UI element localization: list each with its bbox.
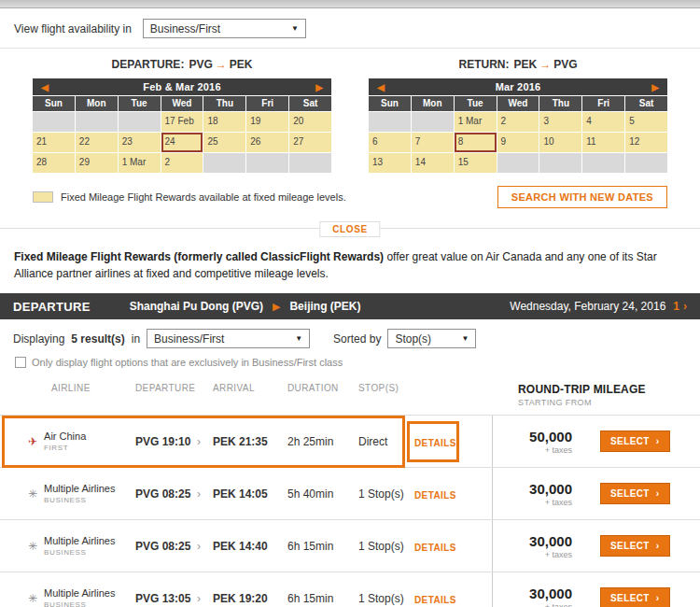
availability-class-dropdown[interactable]: Business/First ▼ xyxy=(143,19,306,38)
calendar-day-cell[interactable]: 7 xyxy=(412,133,454,152)
header-duration: DURATION xyxy=(287,383,358,393)
calendar-day-cell[interactable]: 18 xyxy=(203,112,245,132)
airline-name-block: Air China FIRST xyxy=(44,431,86,452)
mileage-cell: 30,000 + taxes xyxy=(492,468,591,519)
calendar-day-cell[interactable]: 2 xyxy=(161,153,203,173)
details-cell: DETAILS xyxy=(414,590,492,607)
calendar-day-cell[interactable]: 19 xyxy=(246,112,288,132)
calendar-day-cell[interactable]: 17 Feb xyxy=(161,112,203,132)
calendar-day-cell[interactable]: 4 xyxy=(582,112,624,132)
calendar-day-cell[interactable]: 11 xyxy=(582,133,624,152)
mileage-value: 30,000 xyxy=(529,481,572,497)
search-with-new-dates-button[interactable]: SEARCH WITH NEW DATES xyxy=(497,186,667,208)
stops-value: Direct xyxy=(358,435,414,448)
calendar-grid: SunMonTueWedThuFriSat1 Mar23456789101112… xyxy=(369,96,667,173)
calendar-day-cell[interactable]: 9 xyxy=(497,133,539,152)
select-button-label: SELECT xyxy=(610,436,650,446)
calendar-day-cell[interactable]: 2 xyxy=(497,112,539,132)
select-button[interactable]: SELECT› xyxy=(600,587,670,607)
prev-month-arrow-icon[interactable]: ◀ xyxy=(33,82,57,92)
calendar-day-cell[interactable]: 3 xyxy=(539,112,581,132)
mileage-value: 30,000 xyxy=(529,586,572,601)
calendar-day-cell[interactable]: 23 xyxy=(119,133,161,152)
calendar-day-cell[interactable]: 15 xyxy=(455,153,497,173)
star-alliance-icon: ✳ xyxy=(28,592,37,605)
page-top-border xyxy=(0,0,700,8)
departure-time: PVG 19:10 xyxy=(135,435,197,448)
calendar-selected-date[interactable]: 8 xyxy=(455,133,497,152)
origin-city: Shanghai Pu Dong (PVG) xyxy=(130,300,263,313)
route-to-code: PVG xyxy=(553,58,577,71)
calendar-day-of-week: Sat xyxy=(289,96,331,111)
airline-name: Multiple Airlines xyxy=(44,535,115,546)
calendar-selected-date[interactable]: 24 xyxy=(161,133,203,152)
airline-name: Air China xyxy=(44,431,86,442)
legend-swatch xyxy=(33,191,53,203)
star-alliance-icon: ✳ xyxy=(28,487,37,501)
exclusive-filter-row: Only display flight options that are exc… xyxy=(0,348,700,368)
calendar-day-cell[interactable]: 12 xyxy=(625,133,667,152)
sorted-by-label: Sorted by xyxy=(333,332,381,346)
dropdown-value: Business/First xyxy=(154,332,224,346)
cabin-class-label: FIRST xyxy=(44,444,86,452)
close-button[interactable]: CLOSE xyxy=(319,221,380,237)
details-link[interactable]: DETAILS xyxy=(414,543,456,553)
availability-label: View flight availability in xyxy=(14,22,132,35)
dropdown-value: Business/First xyxy=(150,22,220,35)
calendar-day-cell xyxy=(33,112,75,132)
calendar-day-cell xyxy=(369,112,411,132)
details-link[interactable]: DETAILS xyxy=(414,595,456,605)
details-link[interactable]: DETAILS xyxy=(414,438,456,448)
calendar-day-cell xyxy=(203,153,245,173)
next-month-arrow-icon[interactable]: ▶ xyxy=(307,82,331,92)
calendar-day-cell[interactable]: 27 xyxy=(289,133,331,152)
mileage-cell: 50,000 + taxes xyxy=(492,416,591,467)
next-month-arrow-icon[interactable]: ▶ xyxy=(643,82,667,92)
calendar-day-cell[interactable]: 5 xyxy=(625,112,667,132)
calendar-day-cell[interactable]: 22 xyxy=(76,133,118,152)
departure-time: PVG 13:05 xyxy=(135,592,197,605)
caret-down-icon: ▼ xyxy=(291,24,299,33)
in-label: in xyxy=(132,332,140,346)
calendar-day-cell xyxy=(582,153,624,173)
calendar-day-cell[interactable]: 20 xyxy=(289,112,331,132)
calendar-day-cell[interactable]: 29 xyxy=(76,153,118,173)
calendar-day-of-week: Mon xyxy=(76,96,118,111)
cabin-class-dropdown[interactable]: Business/First ▼ xyxy=(147,329,310,348)
calendar-day-cell[interactable]: 6 xyxy=(369,133,411,152)
calendar-day-cell[interactable]: 13 xyxy=(369,153,411,173)
taxes-note: + taxes xyxy=(545,498,572,507)
rewards-description: Fixed Mileage Flight Rewards (formerly c… xyxy=(0,237,700,282)
calendar-day-cell[interactable]: 14 xyxy=(412,153,454,173)
calendar-day-cell[interactable]: 26 xyxy=(246,133,288,152)
prev-month-arrow-icon[interactable]: ◀ xyxy=(369,82,393,92)
select-button[interactable]: SELECT› xyxy=(600,431,670,452)
chevron-right-icon: › xyxy=(656,488,660,499)
exclusive-filter-checkbox[interactable] xyxy=(15,357,26,368)
cabin-class-label: BUSINESS xyxy=(44,548,115,557)
chevron-right-icon: › xyxy=(656,436,660,446)
route-arrow-icon: → xyxy=(216,58,227,71)
calendar-legend: Fixed Mileage Flight Rewards available a… xyxy=(33,191,346,203)
next-page-arrow-icon[interactable]: › xyxy=(683,300,687,313)
calendar-grid: SunMonTueWedThuFriSat17 Feb1819202122232… xyxy=(33,96,331,173)
flight-row: ✳ Multiple Airlines BUSINESS PVG 08:25 ›… xyxy=(0,520,700,572)
calendar-day-cell[interactable]: 1 Mar xyxy=(455,112,497,132)
departure-calendar: DEPARTURE:PVG→PEK ◀ Feb & Mar 2016 ▶ Sun… xyxy=(33,58,331,173)
stops-value: 1 Stop(s) xyxy=(358,540,414,553)
select-button[interactable]: SELECT› xyxy=(600,535,670,557)
airline-cell: ✈ Air China FIRST xyxy=(0,431,135,452)
mileage-header: ROUND-TRIP MILEAGE xyxy=(518,383,646,396)
details-link[interactable]: DETAILS xyxy=(414,490,456,501)
calendar-day-cell[interactable]: 1 Mar xyxy=(119,153,161,173)
route-to-code: PEK xyxy=(230,58,253,71)
select-button[interactable]: SELECT› xyxy=(600,483,670,504)
calendar-day-cell[interactable]: 28 xyxy=(33,153,75,173)
calendar-day-cell[interactable]: 10 xyxy=(539,133,581,152)
displaying-label: Displaying xyxy=(13,332,64,346)
sort-dropdown[interactable]: Stop(s) ▼ xyxy=(387,329,476,348)
calendar-day-cell[interactable]: 25 xyxy=(203,133,245,152)
header-mileage: ROUND-TRIP MILEAGE STARTING FROM xyxy=(492,383,646,407)
details-cell: DETAILS xyxy=(414,433,492,450)
calendar-day-cell[interactable]: 21 xyxy=(33,133,75,152)
